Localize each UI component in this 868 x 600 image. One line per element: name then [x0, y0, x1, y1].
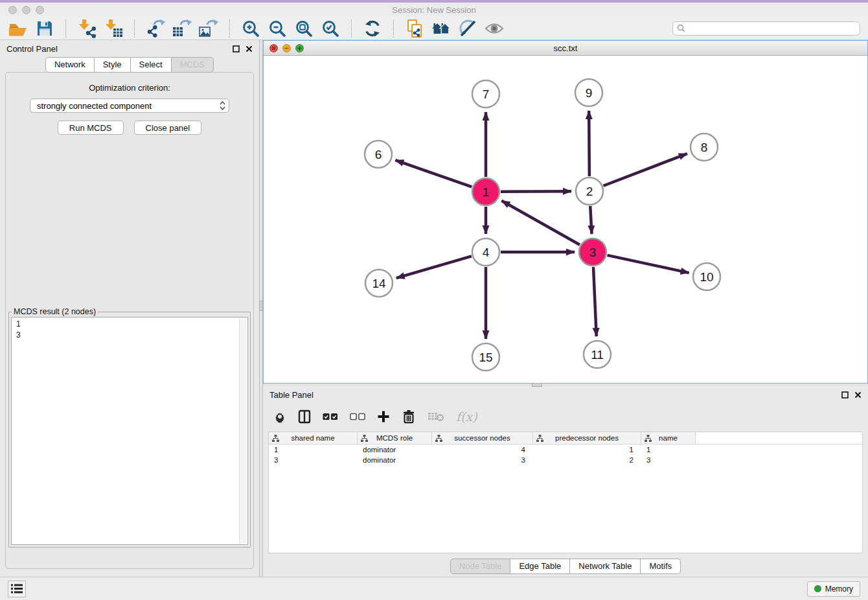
result-scrollbar[interactable]: [239, 318, 247, 544]
edge-3-10[interactable]: [607, 255, 689, 273]
show-columns-button[interactable]: [298, 410, 311, 424]
open-session-button[interactable]: [8, 18, 29, 39]
status-bar: Memory: [0, 577, 868, 600]
function-builder-button[interactable]: f(x): [456, 410, 477, 424]
edge-2-8[interactable]: [603, 154, 687, 186]
horizontal-splitter[interactable]: [263, 384, 868, 386]
task-history-button[interactable]: [8, 581, 26, 597]
run-mcds-button[interactable]: Run MCDS: [58, 121, 124, 135]
main-toolbar: [0, 17, 868, 40]
network-minimize-button[interactable]: [282, 44, 291, 52]
node-label-4: 4: [483, 246, 490, 259]
split-columns-icon: [298, 410, 311, 424]
close-panel-icon[interactable]: [246, 45, 253, 52]
tree-icon: [536, 435, 543, 442]
tab-motifs[interactable]: Motifs: [641, 559, 681, 574]
node-label-8: 8: [701, 141, 708, 154]
create-column-button[interactable]: [377, 410, 390, 423]
column-header-predecessor-nodes[interactable]: predecessor nodes: [533, 432, 641, 444]
table-cell[interactable]: 4: [432, 446, 533, 454]
export-network-button[interactable]: [145, 18, 166, 39]
export-image-button[interactable]: [198, 18, 219, 39]
window-title: Session: New Session: [0, 5, 868, 15]
close-panel-button[interactable]: Close panel: [134, 121, 202, 135]
import-network-button[interactable]: [76, 18, 97, 39]
tab-edge-table[interactable]: Edge Table: [510, 559, 570, 574]
node-table: shared nameMCDS rolesuccessor nodesprede…: [268, 432, 863, 553]
column-header-mcds-role[interactable]: MCDS role: [358, 432, 432, 444]
mcds-tab-content: Optimization criterion: strongly connect…: [5, 72, 254, 569]
table-cell[interactable]: 1: [269, 446, 358, 454]
network-maximize-button[interactable]: [295, 44, 304, 52]
edge-2-9[interactable]: [589, 111, 589, 176]
mcds-result-title: MCDS result (2 nodes): [12, 307, 98, 316]
tab-style[interactable]: Style: [95, 57, 131, 73]
mcds-result-box[interactable]: 13: [11, 317, 248, 545]
zoom-selected-button[interactable]: [320, 18, 341, 39]
home-button[interactable]: [431, 18, 451, 39]
close-window-button[interactable]: [8, 6, 17, 14]
table-row[interactable]: 1dominator411: [269, 444, 862, 455]
edge-1-6[interactable]: [395, 160, 472, 187]
network-graph[interactable]: 7968124314101511: [264, 56, 867, 383]
tab-select[interactable]: Select: [131, 57, 172, 73]
network-window: scc.txt 7968124314101511: [263, 40, 868, 384]
search-input[interactable]: [688, 24, 856, 33]
table-cell[interactable]: dominator: [358, 456, 432, 464]
window-controls: [8, 6, 44, 14]
tab-node-table[interactable]: Node Table: [450, 559, 511, 574]
table-cell[interactable]: 1: [641, 446, 696, 454]
close-panel-icon[interactable]: [854, 391, 862, 398]
show-hide-graphics-details-button[interactable]: [457, 18, 478, 39]
delete-table-button[interactable]: [428, 411, 444, 422]
table-cell[interactable]: 3: [269, 456, 358, 464]
table-settings-button[interactable]: [273, 410, 286, 423]
table-row[interactable]: 3dominator323: [269, 455, 862, 465]
edge-3-1[interactable]: [501, 201, 580, 245]
maximize-window-button[interactable]: [36, 6, 44, 14]
control-panel-title: Control Panel: [6, 44, 58, 54]
table-cell[interactable]: 3: [641, 456, 696, 464]
open-folder-icon: [8, 19, 28, 38]
tab-network[interactable]: Network: [45, 57, 95, 73]
edge-1-2[interactable]: [501, 191, 571, 192]
edge-4-14[interactable]: [396, 256, 472, 278]
tab-network-table[interactable]: Network Table: [570, 559, 641, 574]
fx-icon: f(x): [456, 410, 477, 424]
duplicate-network-button[interactable]: [404, 18, 425, 39]
save-session-button[interactable]: [34, 18, 55, 39]
vertical-splitter[interactable]: [259, 40, 263, 577]
memory-button[interactable]: Memory: [807, 581, 860, 597]
table-cell[interactable]: 2: [533, 456, 641, 464]
import-table-button[interactable]: [103, 18, 124, 39]
float-panel-icon[interactable]: [841, 391, 849, 398]
network-window-titlebar[interactable]: scc.txt: [264, 41, 867, 56]
refresh-button[interactable]: [362, 18, 383, 39]
optimization-criterion-dropdown[interactable]: strongly connected component: [30, 98, 229, 113]
zoom-out-button[interactable]: [267, 18, 288, 39]
deselect-all-rows-button[interactable]: [350, 413, 365, 421]
zoom-in-button[interactable]: [240, 18, 261, 39]
column-header-name[interactable]: name: [641, 432, 696, 444]
delete-column-button[interactable]: [402, 410, 416, 424]
eye-button[interactable]: [484, 18, 505, 39]
network-canvas[interactable]: 7968124314101511: [264, 56, 867, 383]
export-table-button[interactable]: [172, 18, 192, 39]
splitter-handle[interactable]: [532, 383, 542, 387]
zoom-fit-button[interactable]: [293, 18, 314, 39]
edge-3-11[interactable]: [593, 267, 597, 336]
select-all-rows-button[interactable]: [323, 413, 338, 421]
column-header-shared-name[interactable]: shared name: [269, 432, 358, 444]
splitter-handle[interactable]: [259, 301, 263, 311]
table-cell[interactable]: dominator: [358, 446, 432, 454]
table-cell[interactable]: 3: [432, 456, 533, 464]
network-close-button[interactable]: [269, 44, 278, 52]
edge-2-3[interactable]: [590, 206, 591, 234]
float-panel-icon[interactable]: [233, 45, 240, 52]
node-label-15: 15: [479, 351, 492, 364]
minimize-window-button[interactable]: [22, 6, 30, 14]
table-cell[interactable]: 1: [533, 446, 641, 454]
search-box[interactable]: [672, 21, 860, 36]
tab-mcds[interactable]: MCDS: [172, 57, 214, 73]
column-header-successor-nodes[interactable]: successor nodes: [432, 432, 533, 444]
